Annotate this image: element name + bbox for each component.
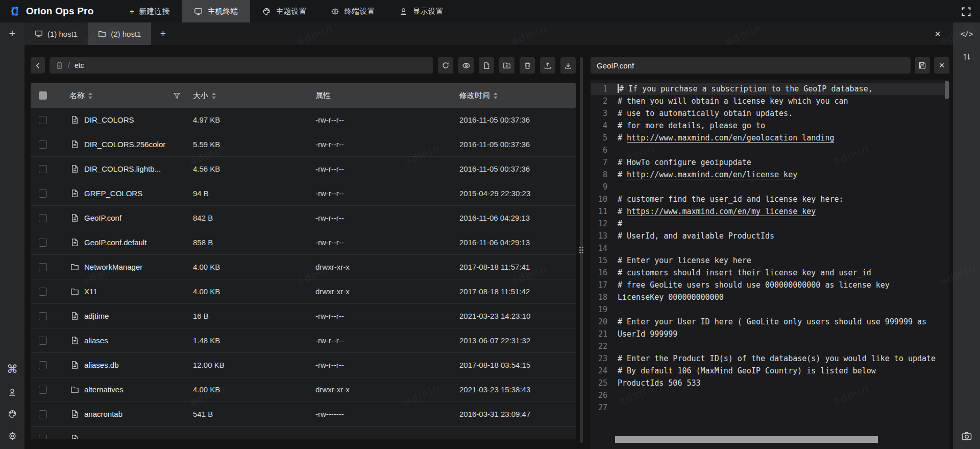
editor-line[interactable]: 6 xyxy=(591,144,949,156)
table-row[interactable]: GeoIP.conf.default 858 B -rw-r--r-- 2016… xyxy=(31,230,576,255)
editor-line[interactable]: 16# customers should insert their licens… xyxy=(591,267,949,279)
screenshot-button[interactable] xyxy=(961,431,972,449)
theme-palette-button[interactable] xyxy=(0,409,24,419)
preview-eye-button[interactable] xyxy=(458,57,474,74)
filter-icon[interactable] xyxy=(173,92,181,100)
table-row[interactable]: alternatives 4.00 KB drwxr-xr-x 2021-03-… xyxy=(31,377,576,402)
new-folder-button[interactable] xyxy=(499,57,514,74)
sort-toggle[interactable] xyxy=(88,92,92,99)
table-row[interactable]: X11 4.00 KB drwxr-xr-x 2017-08-18 11:51:… xyxy=(31,279,576,304)
column-header-size[interactable]: 大小 xyxy=(193,91,208,101)
code-view-button[interactable]: </> xyxy=(960,30,972,39)
editor-line[interactable]: 14 xyxy=(591,242,949,254)
sort-toggle[interactable] xyxy=(494,92,498,99)
link-text[interactable]: https://www.maxmind.com/en/my_license_ke… xyxy=(627,207,816,216)
column-header-name[interactable]: 名称 xyxy=(69,91,85,101)
row-checkbox[interactable] xyxy=(39,263,47,271)
drag-handle-icon[interactable] xyxy=(579,247,583,253)
row-checkbox[interactable] xyxy=(39,435,47,440)
editor-line[interactable]: 20# Enter your User ID here ( GeoLite on… xyxy=(591,316,949,328)
editor-line[interactable]: 7# HowTo configure geoipupdate xyxy=(591,156,949,169)
editor-line[interactable]: 24# By default 106 (MaxMind GeoIP Countr… xyxy=(591,365,949,377)
table-row[interactable]: anacrontab 541 B -rw------- 2016-03-31 2… xyxy=(31,402,576,427)
sort-order-button[interactable] xyxy=(962,52,971,61)
panel-divider[interactable] xyxy=(578,57,585,443)
editor-line[interactable]: 12# xyxy=(591,218,949,230)
table-row[interactable]: GeoIP.conf 842 B -rw-r--r-- 2016-11-06 0… xyxy=(31,206,576,230)
brand[interactable]: Orion Ops Pro xyxy=(0,0,103,22)
menu-item-theme-settings[interactable]: 主题设置 xyxy=(250,0,318,22)
upload-button[interactable] xyxy=(540,57,555,74)
link-text[interactable]: http://www.maxmind.com/en/license_key xyxy=(627,170,797,179)
editor-line[interactable]: 10# customer find the user_id and licens… xyxy=(591,193,949,205)
sort-toggle[interactable] xyxy=(212,92,216,99)
editor-line[interactable]: 4# for more details, please go to xyxy=(591,120,949,132)
editor-close-button[interactable]: × xyxy=(934,57,949,74)
editor-line[interactable]: 2# then you will obtain a license key wh… xyxy=(591,95,949,107)
table-row[interactable]: DIR_COLORS 4.97 KB -rw-r--r-- 2016-11-05… xyxy=(31,108,576,132)
row-checkbox[interactable] xyxy=(39,165,47,173)
editor-line[interactable]: 11# https://www.maxmind.com/en/my_licens… xyxy=(591,205,949,218)
editor-line[interactable]: 26 xyxy=(591,389,949,401)
user-stamp-button[interactable] xyxy=(0,388,24,397)
row-checkbox[interactable] xyxy=(39,288,47,296)
refresh-button[interactable] xyxy=(438,57,453,74)
editor-line[interactable]: 19 xyxy=(591,303,949,316)
sidebar-add-button[interactable]: + xyxy=(0,22,24,45)
breadcrumb[interactable]: / etc xyxy=(50,57,433,74)
table-row[interactable]: GREP_COLORS 94 B -rw-r--r-- 2015-04-29 2… xyxy=(31,181,576,206)
tab-host1-files[interactable]: (2) host1 xyxy=(88,22,151,45)
editor-line[interactable]: 5# http://www.maxmind.com/en/geolocation… xyxy=(591,132,949,144)
menu-item-new-connection[interactable]: + 新建连接 xyxy=(117,0,182,22)
row-checkbox[interactable] xyxy=(39,361,47,369)
menu-item-terminal-settings[interactable]: 终端设置 xyxy=(318,0,387,22)
editor-line[interactable]: 3# use to automatically obtain updates. xyxy=(591,107,949,120)
row-checkbox[interactable] xyxy=(39,337,47,345)
editor-line[interactable]: 21UserId 999999 xyxy=(591,328,949,340)
editor-vertical-scrollbar[interactable] xyxy=(945,81,949,99)
save-button[interactable] xyxy=(915,57,930,74)
row-checkbox[interactable] xyxy=(39,312,47,320)
settings-gear-button[interactable] xyxy=(0,431,24,441)
row-checkbox[interactable] xyxy=(39,386,47,394)
editor-line[interactable]: 17# free GeoLite users should use 000000… xyxy=(591,279,949,291)
tab-host1-terminal[interactable]: (1) host1 xyxy=(24,22,88,45)
editor-line[interactable]: 18LicenseKey 000000000000 xyxy=(591,291,949,303)
new-file-button[interactable] xyxy=(479,57,494,74)
table-row[interactable]: adjtime 16 B -rw-r--r-- 2021-03-23 14:23… xyxy=(31,304,576,328)
row-checkbox[interactable] xyxy=(39,239,47,247)
table-row[interactable]: DIR_COLORS.256color 5.59 KB -rw-r--r-- 2… xyxy=(31,132,576,157)
table-row[interactable] xyxy=(31,427,576,439)
editor-line[interactable]: 13# UserId, and available ProductIds xyxy=(591,230,949,242)
menu-item-display-settings[interactable]: 显示设置 xyxy=(387,0,455,22)
editor-line[interactable]: 1# If you purchase a subscription to the… xyxy=(591,83,949,95)
editor-line[interactable]: 27 xyxy=(591,401,949,414)
table-row[interactable]: aliases.db 12.00 KB -rw-r--r-- 2017-08-1… xyxy=(31,353,576,377)
new-tab-button[interactable]: + xyxy=(151,22,175,45)
row-checkbox[interactable] xyxy=(39,410,47,418)
row-checkbox[interactable] xyxy=(39,190,47,198)
editor-filename-field[interactable]: GeoIP.conf xyxy=(591,57,911,74)
editor-line[interactable]: 25ProductIds 506 533 xyxy=(591,377,949,389)
select-all-checkbox[interactable] xyxy=(39,91,47,100)
editor-line[interactable]: 15# Enter your license key here xyxy=(591,254,949,267)
row-checkbox[interactable] xyxy=(39,140,47,149)
fullscreen-button[interactable] xyxy=(961,6,972,17)
editor-line[interactable]: 22 xyxy=(591,340,949,352)
editor-body[interactable]: 1# If you purchase a subscription to the… xyxy=(591,80,949,449)
row-checkbox[interactable] xyxy=(39,116,47,124)
trash-button[interactable] xyxy=(520,57,535,74)
table-row[interactable]: NetworkManager 4.00 KB drwxr-xr-x 2017-0… xyxy=(31,255,576,279)
editor-line[interactable]: 23# Enter the Product ID(s) of the datab… xyxy=(591,352,949,365)
back-button[interactable] xyxy=(31,57,45,74)
editor-horizontal-scrollbar[interactable] xyxy=(615,436,878,443)
download-button[interactable] xyxy=(560,57,576,74)
column-header-mtime[interactable]: 修改时间 xyxy=(459,91,490,101)
shortcut-command-button[interactable]: ⌘ xyxy=(0,363,24,375)
table-row[interactable]: aliases 1.48 KB -rw-r--r-- 2013-06-07 22… xyxy=(31,328,576,353)
editor-line[interactable]: 9 xyxy=(591,181,949,193)
close-panel-button[interactable]: × xyxy=(930,22,945,45)
table-row[interactable]: DIR_COLORS.lightb... 4.56 KB -rw-r--r-- … xyxy=(31,157,576,181)
editor-line[interactable]: 8# http://www.maxmind.com/en/license_key xyxy=(591,169,949,181)
row-checkbox[interactable] xyxy=(39,214,47,222)
